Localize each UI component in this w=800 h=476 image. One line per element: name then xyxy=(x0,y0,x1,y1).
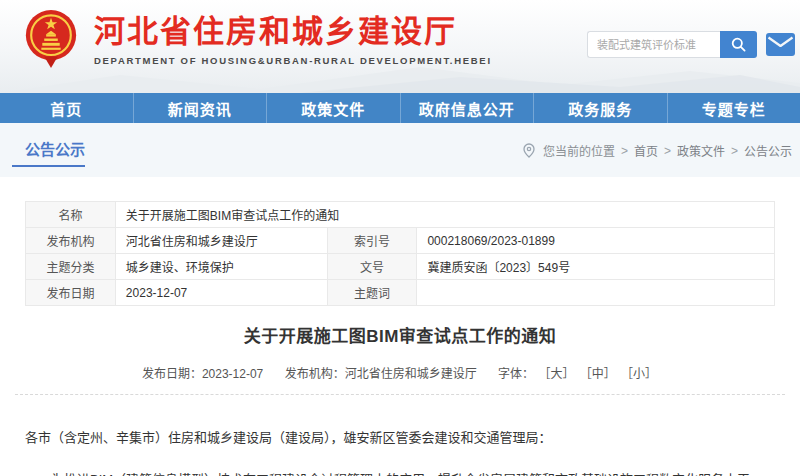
article-paragraph: 各市（含定州、辛集市）住房和城乡建设局（建设局），雄安新区管委会建设和交通管理局… xyxy=(25,425,775,451)
publisher-value: 河北省住房和城乡建设厅 xyxy=(345,367,477,381)
site-header: 河北省住房和城乡建设厅 DEPARTMENT OF HOUSING&URBAN-… xyxy=(0,0,800,93)
font-size-small-button[interactable]: ［小］ xyxy=(621,367,657,381)
font-size-large-button[interactable]: ［大］ xyxy=(538,367,574,381)
breadcrumb: 您当前的位置 > 首页 > 政策文件 > 公告公示 xyxy=(523,142,792,159)
page: 河北省住房和城乡建设厅 DEPARTMENT OF HOUSING&URBAN-… xyxy=(0,0,800,476)
article-title: 关于开展施工图BIM审查试点工作的通知 xyxy=(0,322,800,347)
meta-label-topic-category: 主题分类 xyxy=(26,254,116,280)
breadcrumb-separator: > xyxy=(731,144,738,158)
publisher: 发布机构：河北省住房和城乡建设厅 xyxy=(285,367,477,381)
breadcrumb-item-policy[interactable]: 政策文件 xyxy=(677,142,725,159)
site-subtitle: DEPARTMENT OF HOUSING&URBAN-RURAL DEVELO… xyxy=(94,55,492,66)
publish-date: 发布日期：2023-12-07 xyxy=(142,367,263,381)
meta-value-publish-date: 2023-12-07 xyxy=(115,280,327,306)
table-row: 主题分类 城乡建设、环境保护 文号 冀建质安函〔2023〕549号 xyxy=(26,254,775,280)
breadcrumb-item-home[interactable]: 首页 xyxy=(634,142,658,159)
meta-value-topic-category: 城乡建设、环境保护 xyxy=(115,254,327,280)
breadcrumb-separator: > xyxy=(621,144,628,158)
article-meta: 发布日期：2023-12-07 发布机构：河北省住房和城乡建设厅 字体： ［大］… xyxy=(0,364,800,381)
meta-value-index-number: 000218069/2023-01899 xyxy=(417,228,775,254)
meta-label-name: 名称 xyxy=(26,202,116,228)
site-title: 河北省住房和城乡建设厅 xyxy=(94,14,492,50)
table-row: 发布机构 河北省住房和城乡建设厅 索引号 000218069/2023-0189… xyxy=(26,228,775,254)
font-size-medium-button[interactable]: ［中］ xyxy=(580,367,616,381)
meta-label-doc-number: 文号 xyxy=(327,254,417,280)
breadcrumb-band: 公告公示 您当前的位置 > 首页 > 政策文件 > 公告公示 xyxy=(0,123,800,177)
section-title: 公告公示 xyxy=(25,138,85,159)
site-brand[interactable]: 河北省住房和城乡建设厅 DEPARTMENT OF HOUSING&URBAN-… xyxy=(22,8,492,70)
publish-date-value: 2023-12-07 xyxy=(202,367,263,381)
dashed-divider xyxy=(15,394,785,395)
meta-label-publisher: 发布机构 xyxy=(26,228,116,254)
search-icon xyxy=(731,37,746,52)
article-paragraph: 为推进BIM（建筑信息模型）技术在工程建设全过程管理中的应用，提升全省房屋建筑和… xyxy=(25,467,775,476)
meta-value-keywords xyxy=(417,280,775,306)
breadcrumb-item-announcements[interactable]: 公告公示 xyxy=(744,142,792,159)
breadcrumb-separator: > xyxy=(664,144,671,158)
brand-text: 河北省住房和城乡建设厅 DEPARTMENT OF HOUSING&URBAN-… xyxy=(94,8,492,66)
breadcrumb-location-label: 您当前的位置 xyxy=(543,142,615,159)
search-input[interactable] xyxy=(587,31,720,58)
main-nav: 首页 新闻资讯 政策文件 政府信息公开 政务服务 专题专栏 xyxy=(0,93,800,123)
mail-button[interactable] xyxy=(766,33,795,56)
publish-date-label: 发布日期： xyxy=(142,367,202,381)
table-row: 发布日期 2023-12-07 主题词 xyxy=(26,280,775,306)
meta-value-name: 关于开展施工图BIM审查试点工作的通知 xyxy=(115,202,774,228)
nav-item-policy[interactable]: 政策文件 xyxy=(267,93,401,123)
nav-item-topics[interactable]: 专题专栏 xyxy=(668,93,800,123)
location-pin-icon xyxy=(523,143,535,158)
meta-value-publisher: 河北省住房和城乡建设厅 xyxy=(115,228,327,254)
nav-item-news[interactable]: 新闻资讯 xyxy=(134,93,268,123)
article-body: 各市（含定州、辛集市）住房和城乡建设局（建设局），雄安新区管委会建设和交通管理局… xyxy=(25,425,775,476)
meta-value-doc-number: 冀建质安函〔2023〕549号 xyxy=(417,254,775,280)
search-bar xyxy=(587,31,757,58)
nav-item-gov-info[interactable]: 政府信息公开 xyxy=(401,93,535,123)
table-row: 名称 关于开展施工图BIM审查试点工作的通知 xyxy=(26,202,775,228)
content-area: 名称 关于开展施工图BIM审查试点工作的通知 发布机构 河北省住房和城乡建设厅 … xyxy=(0,177,800,476)
font-size-label: 字体： xyxy=(498,367,534,381)
nav-item-services[interactable]: 政务服务 xyxy=(534,93,668,123)
nav-item-home[interactable]: 首页 xyxy=(0,93,134,123)
section-title-underline xyxy=(12,165,85,167)
mail-icon xyxy=(766,33,795,56)
font-size-controls: 字体： ［大］ ［中］ ［小］ xyxy=(498,367,658,381)
document-meta-table: 名称 关于开展施工图BIM审查试点工作的通知 发布机构 河北省住房和城乡建设厅 … xyxy=(25,201,775,306)
publisher-label: 发布机构： xyxy=(285,367,345,381)
meta-label-index-number: 索引号 xyxy=(327,228,417,254)
meta-label-publish-date: 发布日期 xyxy=(26,280,116,306)
search-button[interactable] xyxy=(720,31,757,58)
meta-label-keywords: 主题词 xyxy=(327,280,417,306)
national-emblem-icon xyxy=(22,8,80,70)
